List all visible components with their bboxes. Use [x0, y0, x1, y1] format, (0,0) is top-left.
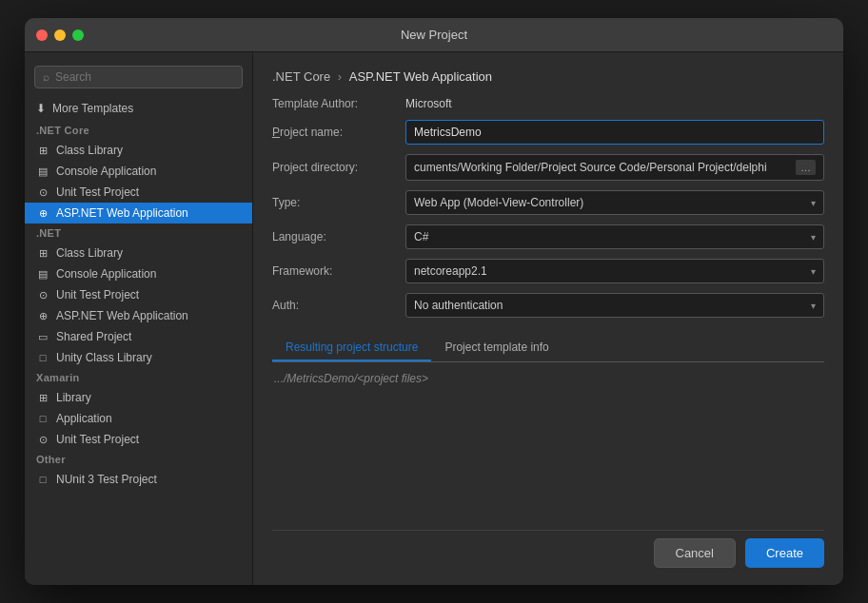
create-button[interactable]: Create [745, 538, 824, 568]
sidebar: ⌕ ⬇ More Templates .NET Core ⊞ Class Lib… [25, 52, 253, 585]
project-directory-field[interactable]: cuments/Working Folder/Project Source Co… [405, 154, 824, 181]
sidebar-item-label: Console Application [56, 165, 156, 178]
framework-value: netcoreapp2.1 [414, 264, 487, 278]
test-icon: ⊙ [36, 289, 49, 302]
test-icon: ⊙ [36, 186, 49, 199]
section-header-dotnetcore: .NET Core [25, 121, 252, 140]
chevron-down-icon: ▾ [811, 301, 816, 311]
window-title: New Project [401, 28, 467, 42]
unity-icon: □ [36, 352, 49, 363]
app-icon: □ [36, 413, 49, 424]
project-name-label-text: Project name: [272, 126, 343, 139]
project-structure-panel: .../MetricsDemo/<project files> [272, 362, 824, 530]
section-header-xamarin: Xamarin [25, 368, 252, 387]
project-name-row: Project name: [272, 120, 824, 145]
cancel-button[interactable]: Cancel [654, 538, 736, 568]
breadcrumb: .NET Core › ASP.NET Web Application [272, 69, 824, 84]
sidebar-item-application-xamarin[interactable]: □ Application [25, 408, 252, 429]
shared-icon: ▭ [36, 331, 49, 343]
auth-value: No authentication [414, 299, 503, 312]
chevron-down-icon: ▾ [811, 266, 816, 277]
framework-row: Framework: netcoreapp2.1 ▾ [272, 259, 824, 283]
sidebar-item-label: Unit Test Project [56, 288, 139, 302]
type-row: Type: Web App (Model-View-Controller) ▾ [272, 190, 824, 215]
sidebar-item-unittest-net[interactable]: ⊙ Unit Test Project [25, 284, 252, 305]
tab-resulting-structure[interactable]: Resulting project structure [272, 335, 431, 361]
close-button[interactable] [36, 29, 48, 41]
library-icon: ⊞ [36, 392, 49, 404]
sidebar-item-class-library-net[interactable]: ⊞ Class Library [25, 243, 252, 263]
grid-icon: ⊞ [36, 145, 49, 157]
sidebar-item-label: ASP.NET Web Application [56, 309, 188, 322]
sidebar-item-label: Unit Test Project [56, 433, 139, 446]
sidebar-item-label: Class Library [56, 246, 123, 260]
auth-row: Auth: No authentication ▾ [272, 293, 824, 318]
breadcrumb-separator: › [338, 69, 345, 84]
sidebar-item-label: Console Application [56, 267, 156, 281]
search-box[interactable]: ⌕ [34, 66, 243, 88]
console-icon: ▤ [36, 165, 49, 178]
more-templates-item[interactable]: ⬇ More Templates [25, 98, 252, 119]
search-input[interactable] [55, 70, 234, 84]
breadcrumb-current: ASP.NET Web Application [349, 69, 492, 84]
sidebar-item-label: Library [56, 391, 91, 404]
grid-icon: ⊞ [36, 247, 49, 260]
web-icon: ⊕ [36, 310, 49, 322]
web-icon: ⊕ [36, 207, 49, 220]
template-author-label: Template Author: [272, 97, 405, 110]
template-author-value: Microsoft [405, 97, 452, 110]
new-project-window: New Project ⌕ ⬇ More Templates .NET Core… [25, 18, 843, 585]
chevron-down-icon: ▾ [811, 198, 816, 208]
sidebar-item-console-dotnetcore[interactable]: ▤ Console Application [25, 161, 252, 182]
minimize-button[interactable] [54, 29, 66, 41]
framework-select[interactable]: netcoreapp2.1 ▾ [405, 259, 824, 283]
section-header-other: Other [25, 450, 252, 469]
auth-select[interactable]: No authentication ▾ [405, 293, 824, 318]
type-value: Web App (Model-View-Controller) [414, 196, 583, 209]
maximize-button[interactable] [72, 29, 84, 41]
dialog-footer: Cancel Create [272, 530, 824, 568]
language-select[interactable]: C# ▾ [405, 224, 824, 249]
sidebar-item-unittest-dotnetcore[interactable]: ⊙ Unit Test Project [25, 182, 252, 203]
title-bar: New Project [25, 18, 843, 52]
sidebar-item-label: ASP.NET Web Application [56, 206, 188, 220]
project-structure-text: .../MetricsDemo/<project files> [274, 372, 428, 385]
type-select[interactable]: Web App (Model-View-Controller) ▾ [405, 190, 824, 215]
chevron-down-icon: ▾ [811, 232, 816, 243]
auth-label: Auth: [272, 299, 405, 312]
search-icon: ⌕ [43, 70, 49, 84]
sidebar-item-label: Unit Test Project [56, 185, 139, 199]
browse-button[interactable]: … [796, 160, 816, 175]
sidebar-item-shared-project[interactable]: ▭ Shared Project [25, 326, 252, 347]
tabs-row: Resulting project structure Project temp… [272, 335, 824, 362]
sidebar-item-console-net[interactable]: ▤ Console Application [25, 263, 252, 284]
sidebar-item-unittest-xamarin[interactable]: ⊙ Unit Test Project [25, 429, 252, 450]
traffic-lights [36, 29, 84, 41]
test-icon: ⊙ [36, 434, 49, 446]
project-directory-text: cuments/Working Folder/Project Source Co… [414, 161, 796, 174]
sidebar-item-label: Class Library [56, 144, 123, 157]
type-label: Type: [272, 196, 405, 209]
nunit-icon: □ [36, 474, 49, 485]
project-name-label: Project name: [272, 126, 405, 139]
sidebar-item-aspnet-dotnetcore[interactable]: ⊕ ASP.NET Web Application [25, 203, 252, 224]
language-label: Language: [272, 230, 405, 243]
section-header-net: .NET [25, 224, 252, 243]
main-content: .NET Core › ASP.NET Web Application Temp… [253, 52, 843, 585]
framework-label: Framework: [272, 264, 405, 278]
sidebar-item-unity-class-library[interactable]: □ Unity Class Library [25, 347, 252, 368]
sidebar-item-nunit[interactable]: □ NUnit 3 Test Project [25, 469, 252, 490]
sidebar-item-class-library-dotnetcore[interactable]: ⊞ Class Library [25, 140, 252, 161]
template-author-row: Template Author: Microsoft [272, 97, 824, 110]
window-body: ⌕ ⬇ More Templates .NET Core ⊞ Class Lib… [25, 52, 843, 585]
project-directory-label: Project directory: [272, 161, 405, 174]
project-directory-row: Project directory: cuments/Working Folde… [272, 154, 824, 181]
sidebar-item-library-xamarin[interactable]: ⊞ Library [25, 387, 252, 408]
download-icon: ⬇ [36, 102, 46, 115]
project-name-input[interactable] [405, 120, 824, 145]
console-icon: ▤ [36, 268, 49, 281]
more-templates-label: More Templates [52, 102, 133, 115]
sidebar-item-aspnet-net[interactable]: ⊕ ASP.NET Web Application [25, 305, 252, 326]
sidebar-item-label: Unity Class Library [56, 351, 152, 364]
tab-project-template-info[interactable]: Project template info [431, 335, 562, 361]
